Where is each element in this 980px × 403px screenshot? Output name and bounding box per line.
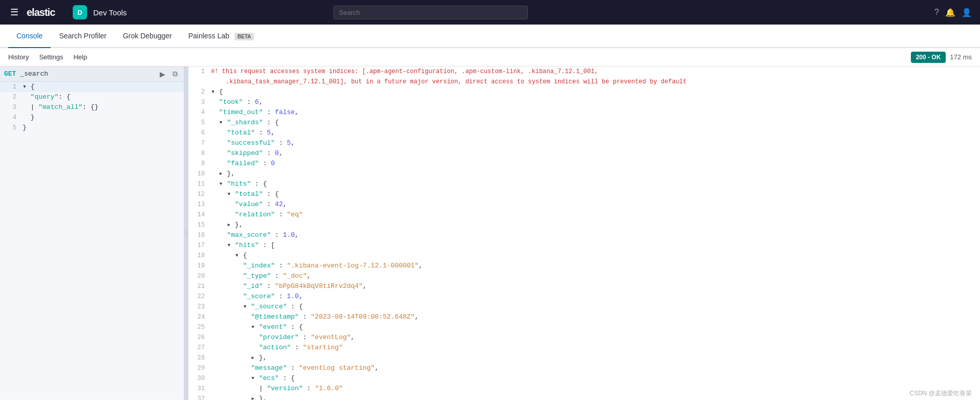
main-content: GET _search ▶ ⧉ 1 ▾ { 2 "query": { 3 | "… (0, 66, 980, 400)
global-search[interactable] (333, 6, 528, 19)
editor-header: GET _search ▶ ⧉ (0, 66, 184, 82)
tab-grok-debugger[interactable]: Grok Debugger (115, 25, 180, 48)
resp-line-10: 10 ▸ }, (188, 169, 980, 179)
status-ok: 200 - OK (911, 52, 946, 63)
resp-line-31: 31 | "version" : "1.6.0" (188, 384, 980, 394)
tab-search-profiler[interactable]: Search Profiler (51, 25, 115, 48)
settings-button[interactable]: Settings (39, 51, 63, 63)
editor-line-5: 5 } (0, 123, 184, 133)
warning-text: #! this request accesses system indices:… (211, 66, 976, 87)
beta-badge: BETA (235, 33, 254, 40)
response-editor[interactable]: 1 #! this request accesses system indice… (188, 66, 980, 400)
resp-line-25: 25 ▾ "event" : { (188, 322, 980, 332)
editor-pane: GET _search ▶ ⧉ 1 ▾ { 2 "query": { 3 | "… (0, 66, 184, 400)
resp-line-6: 6 "total" : 5, (188, 128, 980, 138)
menu-icon[interactable]: ☰ (8, 5, 20, 20)
editor-url[interactable]: _search (20, 70, 154, 78)
tab-painless-lab[interactable]: Painless Lab BETA (180, 25, 263, 48)
editor-line-1: 1 ▾ { (0, 82, 184, 92)
history-button[interactable]: History (8, 51, 29, 63)
resp-line-22: 22 "_score" : 1.0, (188, 292, 980, 302)
resp-line-11: 11 ▾ "hits" : { (188, 179, 980, 189)
resp-line-2: 2 ▾ { (188, 87, 980, 97)
resp-line-17: 17 ▾ "hits" : [ (188, 240, 980, 251)
notifications-icon[interactable]: 🔔 (945, 8, 955, 17)
resp-line-3: 3 "took" : 6, (188, 97, 980, 107)
response-warning-line: 1 #! this request accesses system indice… (188, 66, 980, 87)
run-button[interactable]: ▶ (158, 69, 167, 79)
resp-line-30: 30 ▾ "ecs" : { (188, 373, 980, 384)
help-button[interactable]: Help (73, 51, 87, 63)
copy-button[interactable]: ⧉ (171, 69, 180, 79)
watermark: CSDN @孟德爱吃香菜 (909, 389, 972, 398)
tab-bar: Console Search Profiler Grok Debugger Pa… (0, 25, 980, 48)
resp-line-19: 19 "_index" : ".kibana-event-log-7.12.1-… (188, 261, 980, 271)
resp-line-14: 14 "relation" : "eq" (188, 210, 980, 220)
resp-line-8: 8 "skipped" : 0, (188, 148, 980, 159)
resp-line-28: 28 ▸ }, (188, 353, 980, 363)
code-editor[interactable]: 1 ▾ { 2 "query": { 3 | "match_all": {} 4… (0, 82, 184, 400)
pane-divider[interactable]: ⋮ (184, 66, 188, 400)
top-bar: ☰ elastic D Dev Tools ? 🔔 👤 (0, 0, 980, 25)
elastic-logo-text: elastic (27, 7, 55, 18)
resp-line-23: 23 ▾ "_source" : { (188, 302, 980, 312)
toolbar: History Settings Help 200 - OK 172 ms (0, 48, 980, 66)
resp-line-13: 13 "value" : 42, (188, 199, 980, 210)
top-bar-right: ? 🔔 👤 (934, 8, 972, 17)
resp-line-12: 12 ▾ "total" : { (188, 189, 980, 199)
resp-line-18: 18 ▾ { (188, 251, 980, 261)
resp-line-7: 7 "successful" : 5, (188, 138, 980, 148)
status-time: 172 ms (950, 53, 972, 61)
resp-line-21: 21 "_id" : "bPpG84kBqV8tiRrv2dq4", (188, 281, 980, 292)
resp-line-15: 15 ▸ }, (188, 220, 980, 230)
user-avatar[interactable]: 👤 (962, 8, 972, 17)
editor-line-3: 3 | "match_all": {} (0, 102, 184, 113)
elastic-logo: elastic (27, 6, 62, 18)
status-badge: 200 - OK 172 ms (911, 52, 972, 63)
resp-line-26: 26 "provider" : "eventLog", (188, 332, 980, 343)
editor-actions: ▶ ⧉ (158, 69, 180, 79)
resp-line-27: 27 "action" : "starting" (188, 343, 980, 353)
resp-line-20: 20 "_type" : "_doc", (188, 271, 980, 281)
app-icon: D (73, 5, 87, 19)
tab-console[interactable]: Console (8, 25, 51, 48)
help-icon[interactable]: ? (934, 8, 939, 17)
resp-line-16: 16 "max_score" : 1.0, (188, 230, 980, 240)
response-pane: 1 #! this request accesses system indice… (188, 66, 980, 400)
resp-line-29: 29 "message" : "eventLog starting", (188, 363, 980, 373)
app-title: Dev Tools (93, 8, 127, 17)
resp-line-32: 32 ▸ }, (188, 394, 980, 400)
resp-line-4: 4 "timed_out" : false, (188, 107, 980, 118)
http-method: GET (4, 70, 16, 78)
search-input[interactable] (333, 6, 528, 19)
editor-line-4: 4 } (0, 113, 184, 123)
editor-line-2: 2 "query": { (0, 92, 184, 102)
resp-line-9: 9 "failed" : 0 (188, 159, 980, 169)
resp-line-5: 5 ▾ "_shards" : { (188, 118, 980, 128)
resp-line-24: 24 "@timestamp" : "2023-08-14T09:00:52.6… (188, 312, 980, 322)
